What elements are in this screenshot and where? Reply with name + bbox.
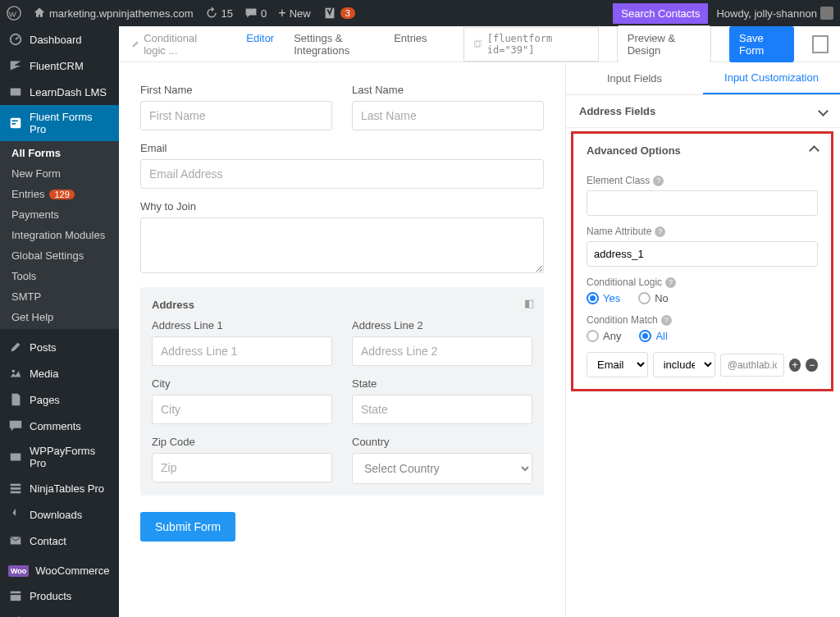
zip-label: Zip Code — [152, 436, 332, 448]
form-canvas: First Name Last Name Email — [119, 62, 565, 617]
search-contacts-button[interactable]: Search Contacts — [613, 3, 708, 24]
comments-icon[interactable]: 0 — [244, 7, 267, 20]
advanced-options-highlight: Advanced Options Element Class? Name Att… — [571, 131, 833, 391]
rule-operator-select[interactable]: includes — [653, 352, 715, 377]
address-line2-input[interactable] — [352, 336, 532, 366]
element-class-input[interactable] — [587, 190, 818, 216]
add-rule-button[interactable]: + — [789, 359, 801, 372]
wp-logo[interactable] — [7, 6, 21, 21]
city-label: City — [152, 377, 332, 390]
shortcode-box[interactable]: [fluentform id="39"] — [463, 27, 599, 62]
svg-rect-5 — [12, 123, 16, 125]
address-line2-label: Address Line 2 — [352, 319, 532, 331]
help-icon[interactable]: ? — [661, 315, 672, 326]
submenu-tools[interactable]: Tools — [0, 266, 119, 286]
condition-rule-row: Email includes + − — [587, 352, 818, 377]
svg-rect-7 — [11, 454, 21, 461]
cond-logic-yes[interactable]: Yes — [587, 292, 620, 304]
menu-posts[interactable]: Posts — [0, 334, 119, 360]
yoast-icon[interactable]: 3 — [322, 6, 355, 21]
fullscreen-icon[interactable] — [812, 35, 829, 53]
rule-field-select[interactable]: Email — [587, 352, 648, 377]
svg-rect-2 — [11, 89, 21, 96]
city-input[interactable] — [152, 395, 332, 424]
menu-downloads[interactable]: Downloads — [0, 501, 119, 528]
rp-tab-input-customization[interactable]: Input Customization — [703, 62, 840, 94]
menu-products[interactable]: Products — [0, 583, 119, 609]
submenu-fluent-forms: All Forms New Form Entries129 Payments I… — [0, 141, 119, 329]
chevron-up-icon — [810, 144, 818, 157]
menu-comments[interactable]: Comments — [0, 413, 119, 439]
last-name-input[interactable] — [352, 101, 544, 130]
submenu-all-forms[interactable]: All Forms — [0, 143, 119, 163]
svg-rect-4 — [12, 120, 18, 121]
rp-tab-input-fields[interactable]: Input Fields — [566, 62, 703, 94]
preview-design-button[interactable]: Preview & Design — [617, 25, 711, 63]
element-class-label: Element Class? — [587, 175, 818, 186]
form-editor-topbar: Conditional logic ... Editor Settings & … — [119, 26, 840, 62]
address-block-icon: ◧ — [524, 297, 534, 309]
first-name-label: First Name — [140, 84, 332, 96]
new-content[interactable]: +New — [278, 6, 310, 21]
first-name-input[interactable] — [140, 101, 332, 130]
save-form-button[interactable]: Save Form — [729, 26, 794, 62]
menu-analytics[interactable]: Analytics — [0, 609, 119, 617]
menu-pages[interactable]: Pages — [0, 386, 119, 413]
address-block-title: Address — [152, 299, 532, 311]
menu-dashboard[interactable]: Dashboard — [0, 26, 119, 53]
submenu-smtp[interactable]: SMTP — [0, 286, 119, 307]
svg-rect-13 — [11, 595, 21, 601]
menu-contact[interactable]: Contact — [0, 528, 119, 554]
svg-rect-12 — [11, 592, 21, 594]
updates-icon[interactable]: 15 — [205, 7, 233, 20]
tab-settings-integrations[interactable]: Settings & Integrations — [294, 22, 374, 66]
svg-point-6 — [12, 370, 16, 373]
cond-logic-no[interactable]: No — [638, 292, 669, 304]
country-select[interactable]: Select Country — [352, 453, 532, 484]
address-line1-label: Address Line 1 — [152, 319, 332, 331]
submenu-global-settings[interactable]: Global Settings — [0, 245, 119, 266]
breadcrumb[interactable]: Conditional logic ... — [130, 32, 221, 57]
menu-fluentcrm[interactable]: FluentCRM — [0, 53, 119, 79]
submit-button[interactable]: Submit Form — [140, 512, 235, 542]
state-label: State — [352, 377, 532, 390]
menu-ninjatables[interactable]: NinjaTables Pro — [0, 475, 119, 501]
submenu-entries[interactable]: Entries129 — [0, 184, 119, 204]
why-to-join-input[interactable] — [140, 217, 544, 273]
name-attribute-input[interactable] — [587, 241, 818, 267]
menu-media[interactable]: Media — [0, 360, 119, 386]
help-icon[interactable]: ? — [653, 176, 664, 186]
condition-match-label: Condition Match? — [587, 314, 818, 326]
submenu-get-help[interactable]: Get Help — [0, 307, 119, 327]
my-account[interactable]: Howdy, jolly-shannon — [716, 7, 833, 20]
chevron-down-icon — [819, 105, 827, 117]
submenu-integration-modules[interactable]: Integration Modules — [0, 225, 119, 245]
why-to-join-label: Why to Join — [140, 200, 544, 213]
tab-editor[interactable]: Editor — [246, 22, 274, 66]
menu-wppayforms[interactable]: WPPayForms Pro — [0, 439, 119, 475]
conditional-logic-label: Conditional Logic? — [587, 277, 818, 288]
address-line1-input[interactable] — [152, 336, 332, 366]
menu-fluent-forms[interactable]: Fluent Forms Pro — [0, 105, 119, 141]
remove-rule-button[interactable]: − — [806, 359, 818, 372]
email-input[interactable] — [140, 159, 544, 189]
address-fields-section[interactable]: Address Fields — [566, 95, 840, 127]
menu-woocommerce[interactable]: WooWooCommerce — [0, 559, 119, 583]
site-name[interactable]: marketing.wpninjathemes.com — [33, 7, 194, 20]
svg-rect-9 — [11, 487, 21, 490]
rule-value-input[interactable] — [720, 354, 784, 377]
cond-match-any[interactable]: Any — [587, 330, 621, 342]
submenu-new-form[interactable]: New Form — [0, 163, 119, 184]
state-input[interactable] — [352, 395, 532, 424]
admin-sidebar: Dashboard FluentCRM LearnDash LMS Fluent… — [0, 26, 119, 617]
help-icon[interactable]: ? — [665, 277, 676, 288]
submenu-payments[interactable]: Payments — [0, 204, 119, 225]
advanced-options-section[interactable]: Advanced Options — [573, 134, 831, 167]
zip-input[interactable] — [152, 453, 332, 482]
last-name-label: Last Name — [352, 84, 544, 96]
cond-match-all[interactable]: All — [639, 330, 667, 342]
menu-learndash[interactable]: LearnDash LMS — [0, 79, 119, 105]
help-icon[interactable]: ? — [655, 226, 665, 237]
tab-entries[interactable]: Entries — [394, 22, 427, 66]
address-block[interactable]: Address ◧ Address Line 1 Address Line 2 — [140, 287, 544, 496]
